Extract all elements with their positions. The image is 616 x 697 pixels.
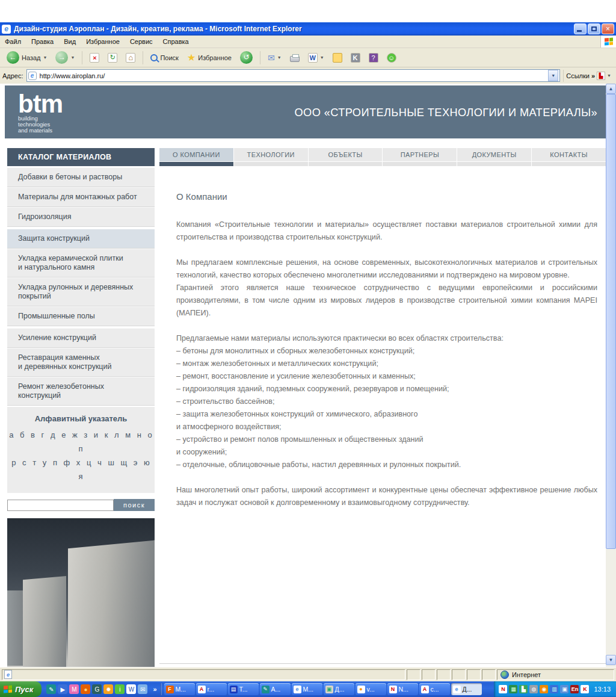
task-n-app[interactable]: N N... (387, 683, 418, 695)
task-computer[interactable]: ▣ Д... (324, 683, 354, 695)
g-app-icon[interactable]: G (92, 684, 102, 694)
task-firefox[interactable]: F М... (164, 683, 195, 695)
sidebar-item[interactable]: Защита конструкций (7, 229, 155, 249)
task-viewer[interactable]: ● v... (356, 683, 386, 695)
tab[interactable]: ТЕХНОЛОГИИ (234, 148, 308, 166)
scroll-up-button[interactable]: ▲ (606, 84, 616, 94)
restore-button[interactable] (588, 23, 600, 34)
media-player-icon[interactable]: ▶ (58, 684, 67, 694)
kaspersky-button[interactable]: K (348, 52, 363, 64)
sidebar-item[interactable]: Реставрация каменных и деревянных констр… (7, 348, 155, 377)
tray-network-icon[interactable]: ▥ (550, 685, 558, 693)
notes-button[interactable] (330, 52, 345, 64)
task-quill[interactable]: ✎ А... (260, 683, 291, 695)
scroll-down-button[interactable]: ▼ (606, 655, 616, 665)
history-button[interactable]: ↺ (237, 50, 256, 65)
back-button[interactable]: ← Назад ▼ (4, 50, 50, 65)
sidebar-item[interactable]: Усиление конструкций (7, 328, 155, 348)
quill-icon[interactable]: ✎ (46, 684, 56, 694)
edit-word-button[interactable]: W▼ (305, 52, 327, 64)
address-input[interactable] (40, 72, 549, 79)
sidebar-item[interactable]: Добавки в бетоны и растворы (7, 167, 155, 187)
tab[interactable]: ПАРТНЕРЫ (383, 148, 457, 166)
tray-language-indicator[interactable]: En (570, 685, 579, 693)
vertical-scrollbar[interactable]: ▲ ▼ (606, 84, 616, 667)
page-content: О Компании Компания «Строительные технол… (159, 166, 606, 522)
browser-viewport: btm building technologies and materials … (0, 84, 616, 667)
close-button[interactable]: × (602, 23, 614, 34)
address-dropdown-button[interactable]: ▼ (548, 70, 558, 81)
sidebar-item[interactable]: Материалы для монтажных работ (7, 187, 155, 207)
quick-launch: ✎▶M●G✹iW✉ (42, 684, 150, 694)
task-ie-active[interactable]: e Д... (451, 683, 482, 695)
mail-button[interactable]: ✉▼ (265, 52, 285, 64)
tray-pc-icon[interactable]: ▣ (560, 685, 568, 693)
links-section[interactable]: Ссылки » ▙ ▼ (563, 70, 614, 82)
outlook-icon[interactable]: ✉ (138, 684, 147, 694)
address-bar: Адрес: e ▼ Ссылки » ▙ ▼ (0, 67, 616, 84)
internet-zone-label: Интернет (512, 671, 541, 678)
menu-item[interactable]: Правка (31, 38, 54, 45)
paragraph-4: Наш многолетний опыт работы, широкий асс… (176, 484, 597, 509)
menu-item[interactable]: Вид (64, 38, 76, 45)
menu-item[interactable]: Избранное (86, 38, 120, 45)
refresh-button[interactable]: ↻ (105, 52, 120, 64)
search-input[interactable] (7, 500, 114, 511)
menu-item[interactable]: Справка (163, 38, 189, 45)
sidebar-item[interactable]: Гидроизоляция (7, 207, 155, 227)
tab[interactable]: О КОМПАНИИ (159, 148, 233, 166)
back-dropdown-icon[interactable]: ▼ (43, 55, 48, 60)
tab[interactable]: ОБЪЕКТЫ (309, 148, 383, 166)
quick-launch-overflow[interactable]: » (150, 686, 159, 693)
menu-item[interactable]: Файл (5, 38, 21, 45)
tray-radio-icon[interactable]: ◉ (540, 685, 548, 693)
menu-item[interactable]: Сервис (130, 38, 153, 45)
search-button[interactable]: Поиск (147, 53, 181, 63)
task-save[interactable]: ▤ Т... (228, 683, 259, 695)
firefox-icon[interactable]: ● (81, 684, 90, 694)
paragraph-block-2: Мы предлагаем комплексные решения, на ос… (176, 256, 597, 320)
icq-icon[interactable]: i (115, 684, 125, 694)
sidebar-item[interactable]: Ремонт железобетонных конструкций (7, 377, 155, 406)
forward-icon: → (55, 51, 68, 64)
stop-button[interactable]: × (87, 52, 102, 64)
status-bar: e Интернет (0, 667, 616, 681)
history-icon: ↺ (240, 51, 253, 64)
task-acrobat[interactable]: A r... (196, 683, 227, 695)
minimize-button[interactable] (574, 23, 587, 34)
task-ie-1[interactable]: e М... (292, 683, 322, 695)
tray-disk-icon[interactable]: ▙ (519, 685, 528, 693)
tab[interactable]: ДОКУМЕНТЫ (457, 148, 531, 166)
start-button[interactable]: Пуск (0, 681, 42, 697)
task-acrobat-2[interactable]: A с... (419, 683, 450, 695)
alphabet-row-2[interactable]: р с т у п ф х ц ч ш щ э ю я (7, 456, 155, 483)
site-search-button[interactable]: поиск (114, 499, 155, 511)
address-page-icon: e (28, 72, 37, 80)
scrollbar-thumb[interactable] (606, 94, 616, 549)
sidebar-item[interactable]: Укладка керамической плитки и натурально… (7, 249, 155, 277)
messenger-button[interactable]: ☺ (384, 52, 399, 64)
tab[interactable]: КОНТАКТЫ (532, 148, 606, 166)
tray-kaspersky-icon[interactable]: K (581, 685, 589, 693)
tray-cd-icon[interactable]: ◍ (529, 685, 538, 693)
search-icon (150, 54, 158, 61)
forward-button[interactable]: → ▼ (52, 50, 78, 65)
tray-grid-icon[interactable]: ▦ (509, 685, 517, 693)
picasa-icon[interactable]: ✹ (103, 684, 113, 694)
sidebar: КАТАЛОГ МАТЕРИАЛОВ Добавки в бетоны и ра… (7, 148, 155, 667)
research-button[interactable]: ? (366, 52, 381, 64)
forward-dropdown-icon[interactable]: ▼ (70, 55, 75, 60)
sidebar-item[interactable]: Промышленные полы (7, 306, 155, 326)
word-icon[interactable]: W (126, 684, 136, 694)
print-button[interactable] (287, 52, 303, 63)
alphabet-row-1[interactable]: а б в г д е ж з и к л м н о п (7, 428, 155, 456)
links-chevron-icon[interactable]: » (591, 72, 595, 79)
pdf-toolbar-icon[interactable]: ▙ (597, 72, 605, 80)
menu-bar: ФайлПравкаВидИзбранноеСервисСправка (0, 36, 616, 48)
sidebar-item[interactable]: Укладка рулонных и деревянных покрытий (7, 277, 155, 306)
butterfly-icon[interactable]: M (69, 684, 79, 694)
print-icon (290, 56, 300, 62)
home-button[interactable]: ⌂ (123, 52, 138, 64)
favorites-button[interactable]: ★ Избранное (184, 51, 235, 64)
tray-n-icon[interactable]: N (499, 685, 507, 693)
